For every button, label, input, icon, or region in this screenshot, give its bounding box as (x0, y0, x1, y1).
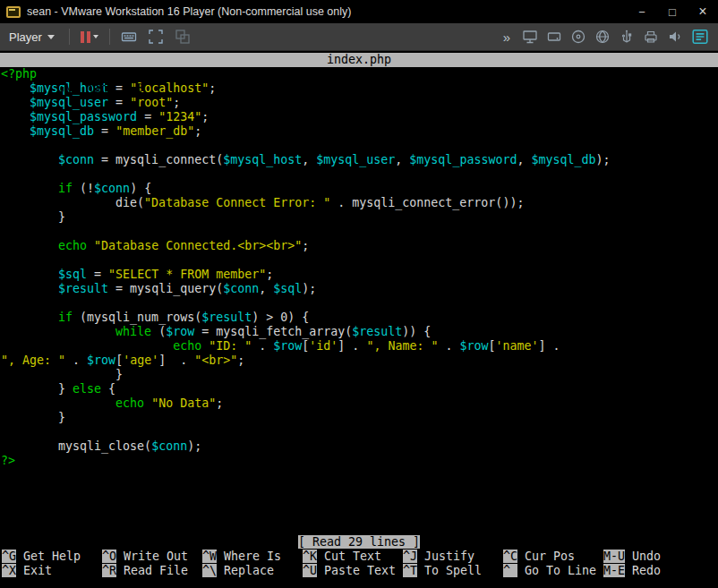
shortcut-paste-text: ^U Paste Text (301, 564, 401, 578)
code-line: } (1, 411, 718, 425)
code-line (1, 167, 718, 182)
sound-icon[interactable] (667, 29, 683, 45)
vmware-logo-icon (6, 6, 21, 18)
fullscreen-icon (148, 29, 164, 45)
pause-icon (81, 31, 90, 43)
shortcut-go-to-line: ^_ Go To Line (501, 564, 602, 578)
shortcut-where-is: ^W Where Is (201, 550, 301, 564)
chevron-down-icon (47, 35, 55, 39)
code-line: echo "No Data"; (1, 396, 718, 411)
overflow-chevron-icon[interactable]: » (503, 30, 510, 45)
nano-statusline: [ Read 29 lines ] (0, 535, 718, 550)
toolbar-separator (109, 29, 110, 45)
usb-icon[interactable] (619, 29, 635, 45)
code-line: } (1, 210, 718, 225)
code-line: $result = mysqli_query($conn, $sql); (1, 282, 718, 296)
cd-drive-icon[interactable] (570, 29, 586, 45)
code-line: while ($row = mysqli_fetch_array($result… (1, 325, 718, 339)
code-line (1, 425, 718, 439)
code-line: ", Age: " . $row['age'] . "<br>"; (1, 354, 718, 368)
shortcut-undo: M-U Undo (602, 550, 702, 564)
code-line: die("Database Connect Error: " . mysqli_… (1, 196, 718, 210)
printer-icon[interactable] (643, 29, 659, 45)
code-line: $mysql_db = "member_db"; (1, 124, 718, 139)
code-line: echo "ID: " . $row['id'] . ", Name: " . … (1, 339, 718, 354)
hard-disk-icon[interactable] (546, 29, 562, 45)
shortcut-to-spell: ^T To Spell (401, 564, 501, 578)
unity-mode-button[interactable] (169, 23, 196, 50)
code-line: <?php (1, 67, 718, 81)
fullscreen-button[interactable] (142, 23, 169, 50)
code-line: $conn = mysqli_connect($mysql_host, $mys… (1, 153, 718, 167)
code-line: mysqli_close($conn); (1, 439, 718, 454)
player-menu-button[interactable]: Player (0, 23, 64, 50)
nano-shortcuts: ^G Get Help^O Write Out^W Where Is^K Cut… (0, 550, 718, 578)
shortcut-exit: ^X Exit (0, 564, 100, 578)
display-icon[interactable] (522, 29, 538, 45)
player-menu-label: Player (9, 30, 42, 44)
nano-version: GNU nano 4.8 (43, 81, 143, 95)
nano-titlebar: index.php GNU nano 4.8 (0, 53, 718, 67)
code-line: if (mysqli_num_rows($result) > 0) { (1, 311, 718, 325)
code-line: echo "Database Connected.<br><br>"; (1, 239, 718, 253)
titlebar[interactable]: sean - VMware Workstation 16 Player (Non… (0, 0, 718, 23)
editor-content[interactable]: <?php $mysql_host = "localhost"; $mysql_… (0, 67, 718, 535)
shortcut-cut-text: ^K Cut Text (301, 550, 401, 564)
window-controls: − □ × (627, 0, 718, 23)
library-toggle-icon[interactable] (691, 28, 709, 46)
suspend-button[interactable] (75, 23, 104, 50)
window-title: sean - VMware Workstation 16 Player (Non… (27, 5, 627, 18)
shortcut-replace: ^\ Replace (201, 564, 301, 578)
vmware-window: sean - VMware Workstation 16 Player (Non… (0, 0, 718, 588)
code-line: $sql = "SELECT * FROM member"; (1, 268, 718, 282)
send-ctrl-alt-del-button[interactable] (115, 23, 142, 50)
minimize-button[interactable]: − (627, 0, 657, 23)
vmware-toolbar: Player (0, 23, 718, 51)
code-line (1, 253, 718, 268)
code-line: $mysql_user = "root"; (1, 96, 718, 110)
code-line: $mysql_password = "1234"; (1, 110, 718, 124)
shortcut-redo: M-E Redo (602, 564, 702, 578)
nano-filename: index.php (0, 53, 718, 67)
unity-mode-icon (175, 29, 191, 45)
code-line (1, 225, 718, 239)
toolbar-separator (69, 29, 70, 45)
keyboard-icon (121, 29, 137, 45)
code-line: } else { (1, 382, 718, 396)
code-line: } (1, 368, 718, 382)
toolbar-left-group: Player (0, 23, 196, 50)
shortcut-write-out: ^O Write Out (100, 550, 201, 564)
terminal-screen[interactable]: index.php GNU nano 4.8 <?php $mysql_host… (0, 51, 718, 588)
chevron-down-icon (93, 35, 98, 38)
code-line: ?> (1, 454, 718, 468)
toolbar-right-group: » (503, 28, 718, 46)
shortcut-get-help: ^G Get Help (0, 550, 100, 564)
close-button[interactable]: × (688, 0, 718, 23)
shortcut-cur-pos: ^C Cur Pos (501, 550, 602, 564)
nano-status-message: [ Read 29 lines ] (298, 535, 420, 549)
code-line (1, 296, 718, 311)
code-line: if (!$conn) { (1, 182, 718, 196)
code-line (1, 139, 718, 153)
shortcut-read-file: ^R Read File (100, 564, 201, 578)
network-adapter-icon[interactable] (594, 29, 611, 45)
maximize-button[interactable]: □ (657, 0, 688, 23)
shortcut-justify: ^J Justify (401, 550, 501, 564)
